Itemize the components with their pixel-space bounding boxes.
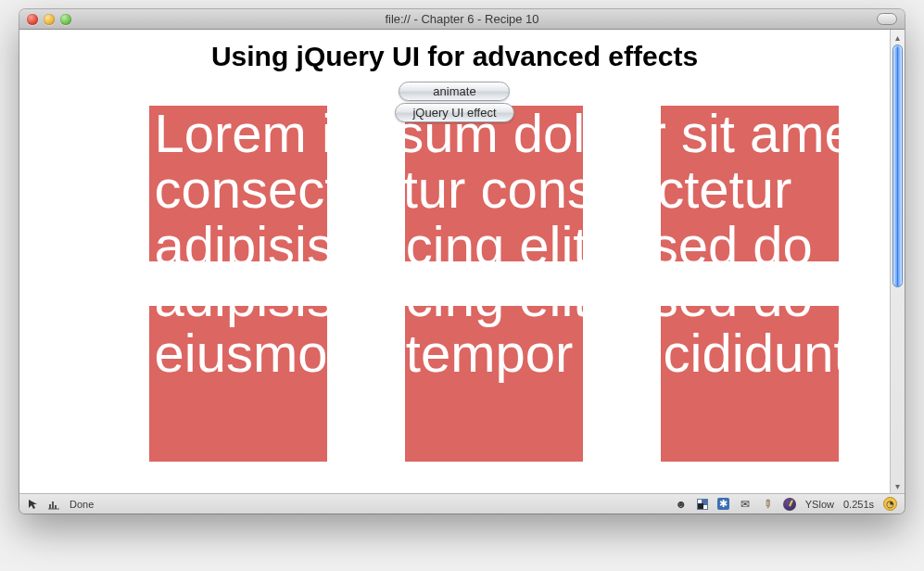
explode-piece-text: Lorem ipsum dolor sit amet, consectetur …	[661, 106, 839, 261]
delicious-icon[interactable]	[697, 499, 708, 510]
titlebar[interactable]: file:// - Chapter 6 - Recipe 10	[19, 9, 905, 30]
svg-rect-2	[55, 505, 57, 509]
statusbar: Done ☻ ✱ ✉ ✎ YSlow 0.251s ◔	[19, 493, 905, 514]
scroll-down-arrow-icon[interactable]: ▾	[891, 478, 905, 493]
status-right-tools: ☻ ✱ ✉ ✎ YSlow 0.251s ◔	[675, 497, 897, 511]
minimize-window-button[interactable]	[44, 14, 55, 25]
greasemonkey-icon[interactable]: ◔	[883, 497, 897, 511]
effect-button[interactable]: jQuery UI effect	[395, 103, 513, 122]
scroll-thumb[interactable]	[892, 44, 903, 287]
vertical-scrollbar[interactable]: ▴ ▾	[890, 30, 905, 493]
page-load-timing: 0.251s	[843, 499, 874, 510]
button-stack: animate jQuery UI effect	[395, 82, 513, 122]
toolbar-toggle-button[interactable]	[877, 13, 897, 25]
explode-piece-text: Lorem ipsum dolor sit amet, consectetur …	[405, 306, 583, 381]
traffic-lights	[19, 14, 71, 25]
explode-piece: Lorem ipsum dolor sit amet, consectetur …	[661, 306, 839, 462]
explode-piece-text: Lorem ipsum dolor sit amet, consectetur …	[661, 306, 839, 381]
close-window-button[interactable]	[27, 14, 38, 25]
explode-effect-container: Lorem ipsum dolor sit amet, consectetur …	[103, 106, 807, 493]
svg-rect-0	[49, 504, 51, 509]
explode-piece-text: Lorem ipsum dolor sit amet, consectetur …	[405, 106, 583, 261]
zoom-window-button[interactable]	[60, 14, 71, 25]
mail-icon[interactable]: ✉	[739, 498, 752, 511]
scroll-up-arrow-icon[interactable]: ▴	[891, 30, 905, 44]
status-text: Done	[70, 499, 94, 510]
network-chart-icon[interactable]	[47, 498, 60, 511]
explode-piece: Lorem ipsum dolor sit amet, consectetur …	[149, 306, 327, 462]
content-row: Using jQuery UI for advanced effects ani…	[19, 30, 905, 493]
yslow-label[interactable]: YSlow	[805, 499, 834, 510]
inspect-pointer-icon[interactable]	[27, 498, 40, 511]
snowflake-icon[interactable]: ✱	[717, 498, 729, 510]
smiley-icon[interactable]: ☻	[675, 498, 688, 511]
explode-piece-text: Lorem ipsum dolor sit amet, consectetur …	[149, 306, 327, 381]
explode-piece: Lorem ipsum dolor sit amet, consectetur …	[405, 106, 583, 261]
animate-button[interactable]: animate	[399, 82, 510, 101]
window-title: file:// - Chapter 6 - Recipe 10	[19, 12, 905, 26]
status-left-tools	[27, 498, 60, 511]
explode-piece: Lorem ipsum dolor sit amet, consectetur …	[661, 106, 839, 261]
yslow-gauge-icon[interactable]	[783, 498, 796, 511]
page: Using jQuery UI for advanced effects ani…	[19, 30, 890, 493]
page-heading: Using jQuery UI for advanced effects	[19, 41, 890, 72]
explode-piece: Lorem ipsum dolor sit amet, consectetur …	[405, 306, 583, 462]
page-viewport: Using jQuery UI for advanced effects ani…	[19, 30, 890, 493]
explode-piece-text: Lorem ipsum dolor sit amet, consectetur …	[149, 106, 327, 261]
svg-rect-1	[52, 501, 54, 509]
browser-window: file:// - Chapter 6 - Recipe 10 Using jQ…	[19, 9, 905, 514]
pencil-icon[interactable]: ✎	[758, 495, 777, 514]
scroll-track[interactable]	[892, 44, 903, 478]
explode-piece: Lorem ipsum dolor sit amet, consectetur …	[149, 106, 327, 261]
